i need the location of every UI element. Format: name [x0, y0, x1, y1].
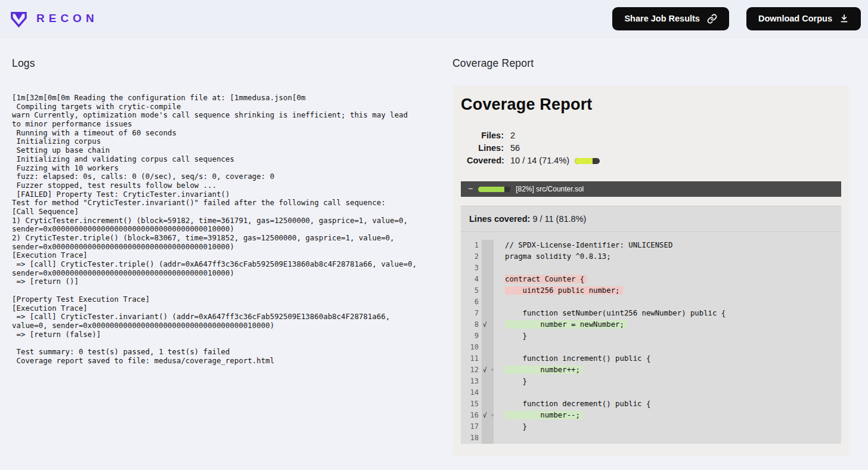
source-text: function increment() public { [494, 353, 650, 364]
covered-check-icon: √ ◦ [482, 364, 494, 376]
download-corpus-button[interactable]: Download Corpus [746, 7, 861, 30]
code-line: 6 [461, 296, 841, 308]
code-line: 8√ number = newNumber; [461, 319, 841, 330]
line-number: 1 [461, 240, 479, 251]
gutter-strip [482, 376, 494, 387]
gutter-strip [482, 398, 494, 410]
line-number: 3 [461, 262, 479, 274]
code-line: 3 [461, 262, 841, 274]
gutter-strip [482, 330, 494, 342]
nav-actions: Share Job Results Download Corpus [612, 7, 861, 30]
code-line: 9 } [461, 330, 841, 342]
source-text: pragma solidity ^0.8.13; [494, 251, 611, 262]
gutter-strip [482, 285, 494, 296]
source-text [494, 387, 505, 398]
line-number: 12 [461, 364, 479, 376]
stats-value: 2 [510, 129, 515, 142]
code-line: 14 [461, 387, 841, 398]
source-text: number--; [494, 410, 583, 421]
source-text: } [494, 376, 527, 387]
line-number: 11 [461, 353, 479, 364]
line-number: 18 [461, 432, 479, 444]
brand-logo[interactable]: RECON [10, 10, 98, 28]
lines-covered-value: 9 / 11 (81.8%) [532, 214, 586, 224]
source-code-listing: 1// SPDX-License-Identifier: UNLICENSED2… [461, 232, 841, 444]
code-line: 15 function decrement() public { [461, 398, 841, 410]
line-number: 10 [461, 342, 479, 353]
gutter-strip [482, 251, 494, 262]
lines-covered-label: Lines covered: [469, 214, 530, 224]
line-number: 5 [461, 285, 479, 296]
logs-title: Logs [12, 57, 432, 70]
file-coverage-header[interactable]: − [82%] src/Counter.sol [461, 181, 841, 197]
log-output: [1m[32m[0m[0m Reading the configuration … [12, 94, 417, 365]
source-text: function decrement() public { [494, 398, 650, 410]
stats-label: Files: [467, 129, 504, 142]
source-text: uint256 public number; [494, 285, 623, 296]
source-text: contract Counter { [494, 274, 587, 285]
source-text [494, 432, 505, 444]
lines-covered-summary: Lines covered: 9 / 11 (81.8%) [461, 206, 841, 232]
line-number: 4 [461, 274, 479, 285]
code-line: 13 } [461, 376, 841, 387]
code-line: 10 [461, 342, 841, 353]
line-number: 16 [461, 410, 479, 421]
code-line: 7 function setNumber(uint256 newNumber) … [461, 308, 841, 319]
coverage-card-title: Coverage Report [461, 95, 841, 114]
line-number: 6 [461, 296, 479, 308]
line-number: 2 [461, 251, 479, 262]
gutter-strip [482, 421, 494, 432]
collapse-icon[interactable]: − [468, 184, 473, 193]
link-icon [707, 14, 717, 24]
download-icon [839, 14, 849, 23]
source-text [494, 342, 505, 353]
source-text: number++; [494, 364, 583, 376]
code-line: 16√ ◦ number--; [461, 410, 841, 421]
top-navbar: RECON Share Job Results Download Corpus [0, 0, 868, 38]
line-number: 8 [461, 319, 479, 330]
code-line: 12√ ◦ number++; [461, 364, 841, 376]
line-number: 17 [461, 421, 479, 432]
coverage-report-card: Coverage Report Files:2Lines:56Covered:1… [452, 86, 850, 456]
gutter-strip [482, 432, 494, 444]
coverage-panel: Coverage Report Coverage Report Files:2L… [452, 57, 850, 456]
covered-check-icon: √ [482, 319, 494, 330]
share-job-results-label: Share Job Results [624, 14, 700, 23]
covered-check-icon: √ ◦ [482, 410, 494, 421]
code-line: 18 [461, 432, 841, 444]
source-text: function setNumber(uint256 newNumber) pu… [494, 308, 726, 319]
coverage-section-title: Coverage Report [452, 57, 850, 70]
gutter-strip [482, 387, 494, 398]
stats-label: Lines: [467, 142, 504, 154]
file-coverage-body: Lines covered: 9 / 11 (81.8%) 1// SPDX-L… [461, 206, 841, 444]
gutter-strip [482, 274, 494, 285]
code-line: 4contract Counter { [461, 274, 841, 285]
code-line: 11 function increment() public { [461, 353, 841, 364]
gutter-strip [482, 262, 494, 274]
download-corpus-label: Download Corpus [758, 14, 832, 23]
source-text [494, 296, 505, 308]
source-text: } [494, 421, 527, 432]
file-coverage-label: [82%] src/Counter.sol [516, 185, 584, 193]
gutter-strip [482, 296, 494, 308]
covered-progress-bar [575, 158, 600, 164]
share-job-results-button[interactable]: Share Job Results [612, 7, 729, 30]
stats-row: Covered:10 / 14 (71.4%) [467, 154, 841, 167]
stats-value: 10 / 14 (71.4%) [510, 154, 600, 167]
stats-row: Lines:56 [467, 142, 841, 154]
line-number: 7 [461, 308, 479, 319]
code-line: 17 } [461, 421, 841, 432]
line-number: 15 [461, 398, 479, 410]
line-number: 14 [461, 387, 479, 398]
gutter-strip [482, 240, 494, 251]
source-text [494, 262, 505, 274]
recon-shield-icon [10, 10, 28, 28]
code-line: 5 uint256 public number; [461, 285, 841, 296]
code-line: 2pragma solidity ^0.8.13; [461, 251, 841, 262]
brand-name: RECON [36, 12, 98, 25]
line-number: 13 [461, 376, 479, 387]
coverage-stats: Files:2Lines:56Covered:10 / 14 (71.4%) [467, 129, 841, 167]
source-text: } [494, 330, 527, 342]
source-text: // SPDX-License-Identifier: UNLICENSED [494, 240, 672, 251]
stats-label: Covered: [467, 154, 504, 167]
